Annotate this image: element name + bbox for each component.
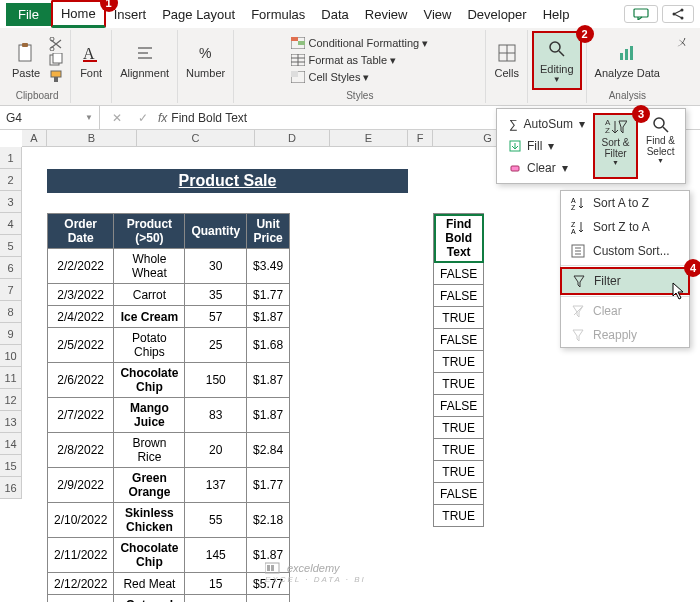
row-header-12[interactable]: 12 [0,389,22,411]
row-header-4[interactable]: 4 [0,213,22,235]
row-header-14[interactable]: 14 [0,433,22,455]
svg-rect-20 [298,41,305,45]
fill-button[interactable]: Fill ▾ [501,135,593,157]
format-as-table-button[interactable]: Format as Table ▾ [287,53,432,68]
svg-rect-5 [22,43,28,47]
autosum-button[interactable]: ∑AutoSum ▾ [501,113,593,135]
enter-formula-icon[interactable]: ✓ [132,111,154,125]
comments-button[interactable] [624,5,658,23]
svg-rect-11 [54,77,58,82]
tab-home[interactable]: Home 1 [51,0,106,28]
tab-data[interactable]: Data [313,3,356,26]
table-row: 2/3/2022 Carrot 35 $1.77 [48,284,290,306]
cut-icon[interactable] [48,37,66,51]
sort-filter-button[interactable]: AZ Sort & Filter▼ 3 [593,113,638,179]
paste-button[interactable]: Paste [8,39,44,81]
formula-bar[interactable]: Find Bold Text [171,111,247,125]
row-header-3[interactable]: 3 [0,191,22,213]
number-button[interactable]: %Number [182,39,229,81]
copy-icon[interactable] [48,53,66,67]
cancel-formula-icon[interactable]: ✕ [106,111,128,125]
editing-button[interactable]: Editing ▼ 2 [532,31,582,90]
tab-developer[interactable]: Developer [459,3,534,26]
sort-filter-icon: AZ [605,117,627,137]
find-icon [651,115,671,135]
row-header-2[interactable]: 2 [0,169,22,191]
clear-button[interactable]: Clear ▾ [501,157,593,179]
font-button[interactable]: AFont [75,39,107,81]
row-header-7[interactable]: 7 [0,279,22,301]
table-row: 2/2/2022 Whole Wheat 30 $3.49 [48,249,290,284]
share-button[interactable] [662,5,694,23]
svg-rect-34 [630,46,633,60]
analyze-data-button[interactable]: Analyze Data [591,39,664,81]
svg-point-1 [673,13,676,16]
col-header-D[interactable]: D [255,130,330,147]
svg-rect-26 [291,71,298,77]
col-header-C[interactable]: C [137,130,255,147]
table-row: TRUE [434,505,484,527]
tab-home-label: Home [61,6,96,21]
tab-help[interactable]: Help [535,3,578,26]
row-header-10[interactable]: 10 [0,345,22,367]
sort-z-to-a[interactable]: ZASort Z to A [561,215,689,239]
custom-sort[interactable]: Custom Sort... [561,239,689,263]
filter-menu-item[interactable]: Filter 4 [560,267,690,295]
table-row: TRUE [434,461,484,483]
percent-icon: % [194,41,218,65]
row-header-5[interactable]: 5 [0,235,22,257]
col-header-A[interactable]: A [22,130,47,147]
row-header-8[interactable]: 8 [0,301,22,323]
reapply-filter: Reapply [561,323,689,347]
find-select-button[interactable]: Find & Select▼ [640,113,681,179]
eraser-icon [509,162,521,174]
sort-az-icon: AZ [571,196,585,210]
table-row: 2/11/2022 Chocolate Chip 145 $1.87 [48,538,290,573]
svg-line-40 [663,127,668,132]
tab-formulas[interactable]: Formulas [243,3,313,26]
svg-rect-4 [19,45,31,61]
search-icon [545,37,569,61]
col-header-E[interactable]: E [330,130,408,147]
cell-styles-button[interactable]: Cell Styles ▾ [287,70,432,85]
menubar: File Home 1 Insert Page Layout Formulas … [0,0,700,28]
row-header-11[interactable]: 11 [0,367,22,389]
row-header-16[interactable]: 16 [0,477,22,499]
conditional-formatting-button[interactable]: Conditional Formatting ▾ [287,36,432,51]
row-header-9[interactable]: 9 [0,323,22,345]
tab-page-layout[interactable]: Page Layout [154,3,243,26]
name-box[interactable]: G4 ▼ [0,106,100,129]
fx-icon[interactable]: fx [158,111,167,125]
col-header-B[interactable]: B [47,130,137,147]
alignment-button[interactable]: Alignment [116,39,173,81]
tab-file[interactable]: File [6,3,51,26]
row-header-15[interactable]: 15 [0,455,22,477]
svg-rect-33 [625,49,628,60]
chevron-down-icon: ▼ [85,113,93,122]
main-th-price: Unit Price [247,214,290,249]
table-row: FALSE [434,395,484,417]
tab-view[interactable]: View [415,3,459,26]
find-bold-header[interactable]: Find Bold Text [434,214,484,263]
ribbon-group-cells: Cells [486,30,527,103]
collapse-ribbon-button[interactable]: ㄨ [668,30,696,103]
table-row: 2/4/2022 Ice Cream 57 $1.87 [48,306,290,328]
comment-icon [633,8,649,20]
col-header-F[interactable]: F [408,130,433,147]
format-painter-icon[interactable] [48,69,66,83]
svg-rect-0 [634,9,648,17]
cells-button[interactable]: Cells [490,39,522,81]
svg-point-30 [550,42,560,52]
clear-filter-icon [571,304,585,318]
sort-a-to-z[interactable]: AZSort A to Z [561,191,689,215]
svg-text:A: A [571,197,576,204]
badge-3: 3 [632,105,650,123]
font-icon: A [79,41,103,65]
find-bold-table: Find Bold TextFALSEFALSETRUEFALSETRUETRU… [433,213,484,527]
table-row: 2/6/2022 Chocolate Chip 150 $1.87 [48,363,290,398]
ribbon-group-alignment: Alignment [112,30,178,103]
tab-review[interactable]: Review [357,3,416,26]
row-header-13[interactable]: 13 [0,411,22,433]
row-header-1[interactable]: 1 [0,147,22,169]
row-header-6[interactable]: 6 [0,257,22,279]
